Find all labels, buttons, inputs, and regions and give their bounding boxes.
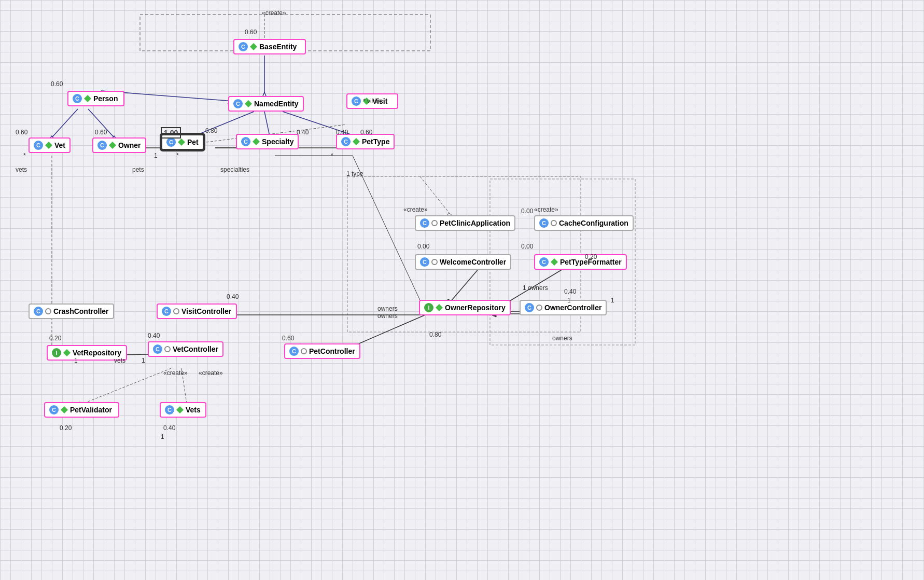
- label-040-specialty: 0.40: [297, 129, 309, 136]
- icon-circ-crashcontroller: [45, 308, 51, 314]
- icon-c-crashcontroller: C: [34, 307, 43, 316]
- icon-leaf-vet: [45, 142, 52, 149]
- label-visitcontroller: VisitController: [181, 307, 231, 315]
- label-1type: 1 type: [346, 170, 363, 177]
- label-1-vets: 1: [161, 433, 164, 440]
- icon-circ-welcomecontroller: [431, 259, 438, 265]
- label-020-vetrepo: 0.20: [49, 335, 61, 342]
- icon-leaf-pettype: [353, 138, 360, 145]
- label-pet: Pet: [187, 138, 199, 146]
- node-baseentity[interactable]: C BaseEntity: [233, 39, 306, 54]
- node-pettype[interactable]: C PetType: [336, 134, 395, 149]
- label-020-petvalidator: 0.20: [60, 424, 72, 432]
- node-person[interactable]: C Person: [67, 91, 124, 106]
- icon-c-person: C: [73, 94, 82, 103]
- icon-c-pettype: C: [341, 137, 351, 146]
- label-welcomecontroller: WelcomeController: [440, 258, 506, 266]
- label-vets-arrow: vets: [114, 357, 125, 364]
- label-petcontroller: PetController: [309, 347, 355, 355]
- icon-c-pettypeformatter: C: [539, 257, 549, 267]
- label-owner: Owner: [118, 141, 141, 149]
- icon-leaf-vets: [176, 406, 184, 413]
- label-create-right: «create»: [534, 206, 558, 213]
- label-petclinicapp: PetClinicApplication: [440, 219, 510, 227]
- icon-leaf-owner: [109, 142, 116, 149]
- icon-c-vet: C: [34, 141, 43, 150]
- icon-leaf-vetrepository: [63, 349, 71, 356]
- icon-circ-visitcontroller: [173, 308, 179, 314]
- label-080: 0.80: [205, 127, 217, 134]
- label-person: Person: [93, 94, 118, 103]
- node-welcomecontroller[interactable]: C WelcomeController: [415, 254, 511, 270]
- label-create-vetctrl1: «create»: [163, 369, 188, 377]
- label-specialty: Specialty: [262, 137, 293, 146]
- icon-c-baseentity: C: [239, 42, 248, 51]
- label-create-vetctrl2: «create»: [199, 369, 223, 377]
- node-visitcontroller[interactable]: C VisitController: [157, 303, 237, 319]
- label-owners1: owners: [377, 305, 398, 312]
- label-000-cache: 0.00: [521, 243, 533, 250]
- label-vets: Vets: [186, 406, 201, 414]
- icon-c-vets: C: [165, 405, 174, 415]
- label-1-vetrepo: 1: [74, 357, 78, 364]
- label-namedentity: NamedEntity: [254, 100, 299, 108]
- svg-line-25: [451, 265, 482, 301]
- svg-line-43: [353, 156, 425, 311]
- label-040-visitctrl: 0.40: [227, 293, 239, 300]
- icon-c-visit: C: [352, 96, 361, 106]
- svg-line-10: [264, 112, 270, 136]
- icon-leaf-namedentity: [245, 100, 252, 107]
- icon-c-vetcontroller: C: [153, 344, 162, 354]
- label-owners2: owners: [377, 312, 398, 320]
- label-cacheconfig: CacheConfiguration: [559, 219, 628, 227]
- node-cacheconfig[interactable]: C CacheConfiguration: [534, 215, 634, 231]
- label-1-pet: 1: [154, 152, 158, 159]
- node-vet[interactable]: C Vet: [29, 137, 71, 153]
- label-crashcontroller: CrashController: [53, 307, 109, 315]
- label-create-petclinic: «create»: [403, 206, 428, 213]
- label-star-pettype: *: [331, 152, 333, 159]
- label-1-vetctrl: 1: [142, 357, 145, 364]
- icon-c-namedentity: C: [233, 99, 243, 108]
- icon-circ-ownercontroller: [536, 305, 542, 311]
- node-specialty[interactable]: C Specialty: [236, 134, 299, 149]
- label-040-vets: 0.40: [163, 424, 175, 432]
- label-baseentity: BaseEntity: [259, 43, 297, 51]
- node-vetcontroller[interactable]: C VetController: [148, 341, 223, 357]
- icon-c-pet: C: [166, 137, 176, 147]
- node-petvalidator[interactable]: C PetValidator: [44, 402, 119, 418]
- label-vet: Vet: [54, 141, 65, 149]
- icon-c-ownercontroller: C: [525, 303, 534, 312]
- label-060-visit: 0.60: [360, 129, 372, 136]
- label-vetcontroller: VetController: [173, 345, 218, 353]
- icon-leaf-pettypeformatter: [551, 258, 558, 266]
- icon-leaf-pet: [178, 139, 185, 146]
- label-060-person: 0.60: [51, 80, 63, 88]
- label-petvalidator: PetValidator: [70, 406, 112, 414]
- label-080-ownerrepo: 0.80: [429, 331, 441, 338]
- svg-line-4: [52, 109, 78, 137]
- icon-c-visitcontroller: C: [162, 307, 171, 316]
- icon-i-vetrepository: I: [52, 348, 61, 357]
- label-1-ownerctrl: 1: [567, 297, 571, 304]
- node-petclinicapp[interactable]: C PetClinicApplication: [415, 215, 515, 231]
- label-040-ownerctrl: 0.40: [564, 288, 576, 295]
- label-vetrepository: VetRepository: [73, 349, 121, 357]
- icon-c-cacheconfig: C: [539, 218, 549, 228]
- label-060-petctrl: 0.60: [282, 335, 294, 342]
- node-pettypeformatter[interactable]: C PetTypeFormatter: [534, 254, 627, 270]
- node-petcontroller[interactable]: C PetController: [284, 343, 360, 359]
- node-owner[interactable]: C Owner: [92, 137, 146, 153]
- node-vets[interactable]: C Vets: [160, 402, 206, 418]
- icon-circ-petcontroller: [301, 348, 307, 354]
- node-ownerrepository[interactable]: I OwnerRepository: [419, 300, 511, 315]
- label-060-vet: 0.60: [16, 129, 27, 136]
- label-040-pettype: 0.40: [336, 129, 348, 136]
- node-namedentity[interactable]: C NamedEntity: [228, 96, 304, 112]
- label-pettype: PetType: [362, 137, 389, 146]
- label-060-owner: 0.60: [95, 129, 107, 136]
- connections-layer: [0, 0, 924, 580]
- label-owners3: owners: [552, 335, 572, 342]
- node-crashcontroller[interactable]: C CrashController: [29, 303, 114, 319]
- node-ownercontroller[interactable]: C OwnerController: [520, 300, 607, 315]
